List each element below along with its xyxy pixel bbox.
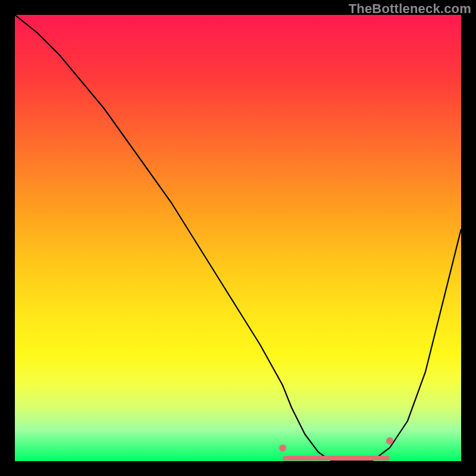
svg-point-2 [386,437,393,444]
chart-frame: TheBottleneck.com [0,0,476,476]
svg-point-1 [279,444,286,452]
plot-area [15,15,461,461]
optimal-range-marker [15,15,461,461]
bottleneck-curve [15,15,461,461]
watermark-text: TheBottleneck.com [349,1,471,17]
svg-rect-0 [283,456,390,461]
